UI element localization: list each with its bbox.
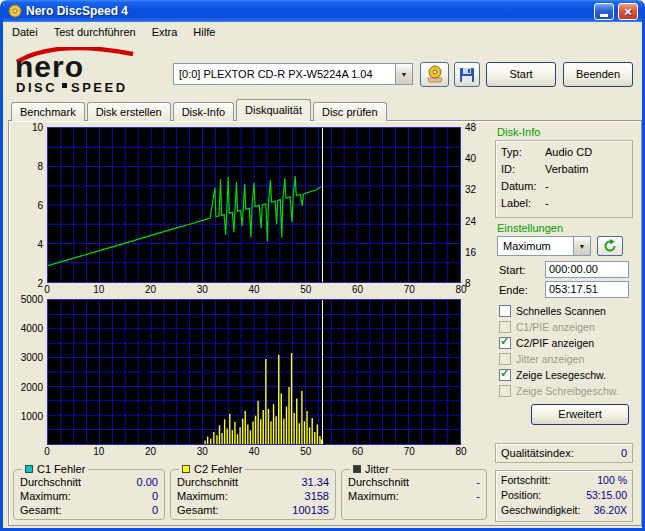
tick-label: 10 [93,284,104,295]
tick-label: 20 [145,284,156,295]
disk-info-row: Label:- [501,195,627,212]
save-button[interactable] [454,62,480,87]
start-button[interactable]: Start [486,62,556,87]
start-time-field[interactable]: 000:00.00 [545,261,629,278]
c2-error-group: C2 Fehler Durchschnitt31.34 Maximum:3158… [170,463,336,520]
tick-label: 3000 [21,352,43,363]
jitter-color-swatch [353,465,361,473]
tab-bar: Benchmark Disk erstellen Disk-Info Diskq… [11,99,389,121]
checkbox-box: ✓ [499,321,511,333]
checkbox-schnelles-scannen[interactable]: ✓ Schnelles Scannen [499,304,606,318]
tick-label: 60 [352,446,363,457]
tick-label: 40 [248,446,259,457]
menu-hilfe[interactable]: Hilfe [185,23,223,41]
c2-chart-x-axis: 01020304050607080 [47,445,461,459]
logo-speed-text: SPEED [71,80,128,95]
menu-extra[interactable]: Extra [144,23,186,41]
check-icon: ✓ [500,334,510,348]
advanced-button[interactable]: Erweitert [531,404,629,425]
quality-index-box: Qualitätsindex: 0 [495,443,633,463]
drive-select[interactable]: [0:0] PLEXTOR CD-R PX-W5224A 1.04 ▼ [173,63,413,85]
speed-select[interactable]: Maximum ▼ [497,236,591,256]
right-panel: Disk-Info Typ:Audio CD ID:Verbatim Datum… [491,121,639,525]
tick-label: 1000 [21,410,43,421]
tick-label: 2 [37,278,43,289]
close-icon: × [624,5,632,18]
tick-label: 20 [145,446,156,457]
tab-disk-info[interactable]: Disk-Info [173,102,234,121]
tick-label: 50 [300,284,311,295]
tick-label: 40 [248,284,259,295]
menu-test-durchfuehren[interactable]: Test durchführen [46,23,144,41]
window-title: Nero DiscSpeed 4 [26,4,590,18]
logo-square [62,83,67,88]
logo-disc-text: DISC [16,80,57,95]
hand-disc-icon [425,65,445,84]
tab-benchmark[interactable]: Benchmark [11,102,85,121]
c2-error-legend: C2 Fehler [179,463,245,475]
floppy-disk-icon [459,67,475,83]
titlebar: Nero DiscSpeed 4 × [3,0,642,22]
minimize-button[interactable] [594,3,614,20]
app-window: Nero DiscSpeed 4 × Datei Test durchführe… [0,0,645,531]
tab-disk-erstellen[interactable]: Disk erstellen [87,102,171,121]
stat-row: Maximum:3158 [177,489,329,503]
eject-disc-button[interactable] [420,62,449,87]
check-icon: ✓ [500,366,510,380]
c2-error-chart: 50004000300020001000 01020304050607080 [13,299,487,459]
tick-label: 16 [465,246,476,257]
jitter-group: Jitter Durchschnitt- Maximum:- [341,463,487,520]
tick-label: 10 [32,122,43,133]
chevron-down-icon[interactable]: ▼ [573,237,590,255]
quality-index-value: 0 [621,447,627,459]
tick-label: 24 [465,215,476,226]
c2-error-title: C2 Fehler [194,463,242,475]
diskqualitaet-page: 108642 48403224168 01020304050607080 500… [8,120,642,526]
tab-disc-pruefen[interactable]: Disc prüfen [313,102,387,121]
speed-chart-y-axis-right: 48403224168 [461,127,487,283]
checkbox-zeige-lesegeschw[interactable]: ✓ Zeige Lesegeschw. [499,368,606,382]
c1-error-title: C1 Fehler [37,463,85,475]
c1-error-legend: C1 Fehler [22,463,88,475]
jitter-title: Jitter [365,463,389,475]
tab-diskqualitaet[interactable]: Diskqualität [236,99,311,121]
checkbox-c2-pif-anzeigen[interactable]: ✓ C2/PIF anzeigen [499,336,594,350]
speed-select-value: Maximum [498,237,573,255]
disk-info-row: Datum:- [501,178,627,195]
c2-chart-y-axis-right [461,299,487,445]
c2-color-swatch [182,465,190,473]
speed-chart-plot [47,127,461,283]
progress-box: Fortschritt:100 % Position:53:15.00 Gesc… [495,470,633,522]
menu-datei[interactable]: Datei [4,23,46,41]
stat-row: Durchschnitt- [348,475,480,489]
quit-button[interactable]: Beenden [563,62,633,87]
chevron-down-icon[interactable]: ▼ [395,64,412,84]
tick-label: 30 [197,446,208,457]
tick-label: 50 [300,446,311,457]
stat-row: Maximum:- [348,489,480,503]
error-stats-row: C1 Fehler Durchschnitt0.00 Maximum:0 Ges… [13,463,487,520]
c2-chart-plot [47,299,461,445]
tick-label: 60 [352,284,363,295]
speed-chart-x-axis: 01020304050607080 [47,283,461,297]
tick-label: 48 [465,122,476,133]
menubar: Datei Test durchführen Extra Hilfe [3,22,642,42]
settings-header: Einstellungen [497,222,563,234]
disk-info-row: Typ:Audio CD [501,144,627,161]
tick-label: 70 [404,446,415,457]
tick-label: 80 [455,446,466,457]
refresh-button[interactable] [597,236,623,256]
nero-discspeed-logo: nero DISC SPEED [13,47,139,95]
end-time-field[interactable]: 053:17.51 [545,281,629,298]
checkbox-box: ✓ [499,305,511,317]
c2-chart-y-axis-left: 50004000300020001000 [13,299,47,445]
tick-label: 0 [44,284,50,295]
close-button[interactable]: × [618,3,638,20]
toolbar: nero DISC SPEED [0:0] PLEXTOR CD-R PX-W5… [3,42,642,99]
checkbox-box: ✓ [499,353,511,365]
speed-chart-y-axis-left: 108642 [13,127,47,283]
c1-color-swatch [25,465,33,473]
tick-label: 10 [93,446,104,457]
quality-index-label: Qualitätsindex: [501,447,574,459]
tick-label: 30 [197,284,208,295]
